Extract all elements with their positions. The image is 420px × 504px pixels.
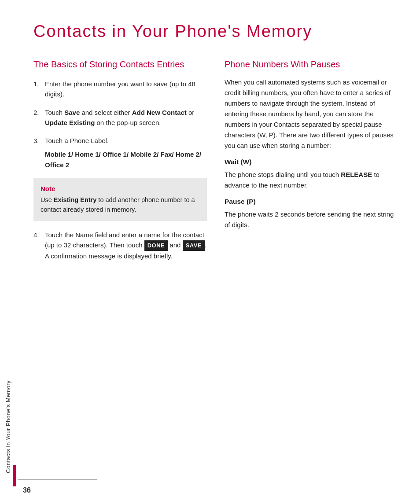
note-text: Use Existing Entry to add another phone … (41, 196, 195, 213)
bold-release: RELEASE (341, 171, 372, 178)
sidebar-label: Contacts in Your Phone's Memory (5, 380, 11, 473)
steps-list-2: 4. Touch the Name field and enter a name… (33, 230, 207, 261)
sidebar: Contacts in Your Phone's Memory (0, 0, 16, 504)
two-column-layout: The Basics of Storing Contacts Entries 1… (33, 59, 398, 486)
page-number: 36 (23, 486, 31, 494)
list-item: 4. Touch the Name field and enter a name… (33, 230, 207, 261)
page-title: Contacts in Your Phone's Memory (33, 22, 398, 41)
bold-existing-entry: Existing Entry (54, 196, 97, 203)
bold-save: Save (64, 109, 80, 116)
step-number: 1. (33, 79, 41, 99)
step-text: Enter the phone number you want to save … (45, 79, 207, 99)
list-item: 3. Touch a Phone Label. Mobile 1/ Home 1… (33, 136, 207, 170)
step-number: 3. (33, 136, 41, 170)
bottom-rule (18, 479, 97, 480)
save-button-label: SAVE (183, 240, 205, 251)
right-section-title: Phone Numbers With Pauses (225, 59, 398, 70)
list-item: 2. Touch Save and select either Add New … (33, 107, 207, 128)
wait-section: Wait (W) The phone stops dialing until y… (225, 158, 398, 191)
sidebar-bar (13, 465, 16, 486)
wait-heading: Wait (W) (225, 158, 398, 166)
left-section-title: The Basics of Storing Contacts Entries (33, 59, 207, 70)
main-content: Contacts in Your Phone's Memory The Basi… (16, 0, 420, 504)
step-text: Touch a Phone Label. Mobile 1/ Home 1/ O… (45, 136, 207, 170)
phone-labels: Mobile 1/ Home 1/ Office 1/ Mobile 2/ Fa… (45, 149, 207, 170)
list-item: 1. Enter the phone number you want to sa… (33, 79, 207, 99)
pause-heading: Pause (P) (225, 198, 398, 206)
done-button-label: DONE (144, 240, 168, 251)
left-column: The Basics of Storing Contacts Entries 1… (33, 59, 207, 486)
step-number: 2. (33, 107, 41, 128)
step-text: Touch Save and select either Add New Con… (45, 107, 207, 128)
page-wrapper: Contacts in Your Phone's Memory Contacts… (0, 0, 420, 504)
step-number: 4. (33, 230, 41, 261)
bold-add-new: Add New Contact (132, 109, 187, 116)
pause-text: The phone waits 2 seconds before sending… (225, 209, 398, 230)
note-box: Note Use Existing Entry to add another p… (33, 178, 207, 221)
wait-text: The phone stops dialing until you touch … (225, 169, 398, 191)
bold-update: Update Existing (45, 119, 95, 126)
pause-section: Pause (P) The phone waits 2 seconds befo… (225, 198, 398, 230)
right-column: Phone Numbers With Pauses When you call … (225, 59, 398, 486)
note-title: Note (41, 184, 200, 194)
right-intro-text: When you call automated systems such as … (225, 77, 398, 151)
step-text: Touch the Name field and enter a name fo… (45, 230, 207, 261)
steps-list: 1. Enter the phone number you want to sa… (33, 79, 207, 170)
